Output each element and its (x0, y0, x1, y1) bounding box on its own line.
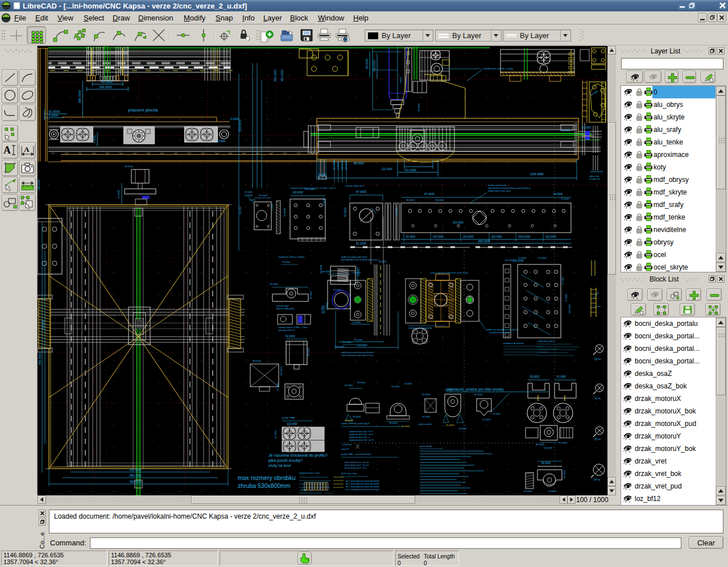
svg-text:fascie fonsse sm X - rna vs: fascie fonsse sm X - rna vse (345, 464, 369, 466)
svg-text:46.0000: 46.0000 (379, 260, 387, 263)
svg-text:103.0000: 103.0000 (453, 221, 464, 224)
svg-text:65.0000: 65.0000 (530, 375, 540, 378)
svg-text:40.0000: 40.0000 (101, 80, 113, 84)
svg-text:110.0000: 110.0000 (345, 160, 348, 170)
svg-text:221.0000: 221.0000 (382, 168, 392, 171)
svg-text:190.0000: 190.0000 (38, 179, 40, 190)
svg-text:153.0000: 153.0000 (323, 198, 325, 206)
svg-text:365.0000: 365.0000 (78, 90, 81, 103)
svg-text:pribrda kozleni kvite viojira: pribrda kozleni kvite viojira (488, 190, 511, 192)
svg-text:651.0000: 651.0000 (274, 69, 277, 81)
svg-text:in trade othr: in trade othr (589, 178, 601, 180)
svg-text:kovtary matice 22 Mar - 2 face: kovtary matice 22 Mar - 2 face (279, 326, 308, 329)
svg-text:51.0000: 51.0000 (276, 382, 279, 391)
svg-text:1.0000: 1.0000 (249, 199, 255, 201)
svg-text:orientacne, prostor pro hlav s: orientacne, prostor pro hlav srouby (446, 387, 504, 392)
svg-text:75.0000: 75.0000 (565, 293, 568, 302)
svg-text:NCF sroty - fitne: NCF sroty - fitne (341, 473, 357, 475)
svg-text:120.0000: 120.0000 (287, 423, 297, 425)
svg-text:52.0000: 52.0000 (286, 335, 295, 338)
svg-text:pracovni plocha: pracovni plocha (128, 107, 158, 113)
svg-text:dm 1 rezed abyta bu al prise l: dm 1 rezed abyta bu al prise lad nahrdel (346, 483, 379, 485)
svg-text:nabidnout do tohotek: nabidnout do tohotek (503, 342, 524, 345)
svg-text:4x0.0000: 4x0.0000 (505, 259, 514, 262)
svg-text:61.0000: 61.0000 (259, 194, 268, 197)
svg-text:trapezova matice s deska: trapezova matice s deska (279, 255, 305, 258)
svg-text:1006.6668: 1006.6668 (530, 172, 544, 176)
svg-text:118.0000: 118.0000 (341, 160, 344, 170)
svg-text:podeprene fyse (7x4 - sm X): podeprene fyse (7x4 - sm X) (349, 439, 374, 441)
svg-text:12.0000: 12.0000 (353, 272, 361, 274)
svg-text:30.0000: 30.0000 (125, 165, 134, 168)
svg-text:154.0000: 154.0000 (333, 160, 336, 170)
svg-text:5.0000: 5.0000 (93, 135, 96, 143)
svg-text:jden podrobna frchi za blivku: jden podrobna frchi za blivku fajn: prvk… (341, 259, 379, 261)
svg-text:31.0000: 31.0000 (538, 256, 547, 259)
svg-text:228.0000: 228.0000 (568, 304, 571, 313)
svg-text:666.0000: 666.0000 (478, 239, 490, 243)
svg-text:61.0000: 61.0000 (557, 375, 566, 378)
svg-text:51.0000: 51.0000 (391, 385, 400, 388)
svg-text:Nahue LKBLayhrd: Nahue LKBLayhrd (276, 308, 294, 310)
svg-text:8.0000: 8.0000 (318, 173, 326, 176)
svg-text:51.0000: 51.0000 (482, 418, 491, 421)
svg-text:vilem 04: vilem 04 (341, 448, 349, 450)
svg-text:36.0000: 36.0000 (553, 193, 563, 196)
svg-text:10.0000: 10.0000 (216, 140, 226, 143)
svg-text:1010.0000: 1010.0000 (518, 235, 531, 238)
svg-text:89.0000: 89.0000 (307, 347, 310, 356)
svg-text:40.0000: 40.0000 (274, 430, 277, 438)
svg-text:A: A (3, 144, 11, 156)
svg-text:56.0000: 56.0000 (458, 427, 467, 430)
svg-text:87.0000: 87.0000 (356, 190, 366, 193)
svg-text:predal o patel slavka: predal o patel slavka (488, 184, 507, 187)
svg-text:51.0007: 51.0007 (544, 446, 553, 449)
svg-text:102.0000: 102.0000 (433, 235, 444, 238)
svg-text:ordel obrobe nesrad adt strany: ordel obrobe nesrad adt strany na pojezs… (488, 187, 531, 189)
svg-text:166.0000: 166.0000 (99, 85, 112, 89)
svg-text:231.0000: 231.0000 (404, 168, 416, 172)
svg-text:162.0000: 162.0000 (545, 235, 556, 238)
svg-text:21.0000: 21.0000 (353, 321, 361, 324)
svg-text:98.0000: 98.0000 (253, 359, 262, 362)
svg-text:91.0000: 91.0000 (282, 260, 291, 263)
svg-text:15.5000: 15.5000 (245, 191, 253, 193)
svg-text:A: A (24, 145, 30, 154)
svg-text:podeprene fyse (7x4 - sm X: podeprene fyse (7x4 - sm X (349, 431, 373, 433)
svg-text:653.0000: 653.0000 (238, 119, 242, 131)
svg-text:dm 1 rezed abyta bu al prise l: dm 1 rezed abyta bu al prise lad nahrdel (346, 480, 379, 482)
svg-text:max rozmery obrobku: max rozmery obrobku (238, 474, 296, 481)
svg-text:95.0000: 95.0000 (541, 462, 551, 465)
svg-text:45.4000: 45.4000 (446, 424, 454, 427)
svg-text:98.0000: 98.0000 (417, 103, 420, 111)
svg-text:prutleky srmrtam:vlche: prutleky srmrtam:vlche (490, 332, 510, 334)
svg-text:31.0000: 31.0000 (422, 393, 431, 396)
svg-text:pohanka 85tit Cil: pohanka 85tit Cil (279, 329, 295, 332)
svg-text:15.0000: 15.0000 (518, 256, 527, 259)
svg-text:15 xu: 15 xu (594, 438, 601, 441)
svg-text:54.0000: 54.0000 (422, 415, 431, 418)
svg-text:73.0000: 73.0000 (337, 161, 340, 170)
svg-text:vruty ne kov!: vruty ne kov! (268, 463, 291, 468)
svg-text:fascie fonsse sm X - rna vs: fascie fonsse sm X - rna vse (345, 461, 369, 463)
svg-text:15.0000: 15.0000 (493, 413, 500, 415)
svg-text:profily ITEM: profily ITEM (282, 416, 295, 419)
svg-text:24.0000: 24.0000 (283, 208, 286, 217)
svg-text:padel crp mrrgh angl rocky: padel crp mrrgh angl rocky (341, 256, 367, 258)
svg-text:57.0000: 57.0000 (445, 388, 453, 391)
svg-text:46.0000: 46.0000 (536, 443, 545, 446)
svg-text:451.0000: 451.0000 (280, 69, 284, 81)
svg-text:15.9000: 15.9000 (245, 194, 253, 197)
svg-text:10.0500: 10.0500 (326, 303, 328, 311)
svg-text:zhruba 530x800mm: zhruba 530x800mm (238, 482, 291, 489)
svg-text:20.0000: 20.0000 (117, 189, 120, 198)
svg-text:10 xu: 10 xu (594, 358, 601, 361)
svg-text:24 zu: 24 zu (594, 478, 601, 481)
svg-text:47.5000: 47.5000 (395, 208, 398, 217)
svg-text:46.0000: 46.0000 (436, 198, 444, 201)
svg-text:rozlozeni pod donek trapezove: rozlozeni pod donek trapezove a svitko +… (290, 187, 336, 189)
svg-text:36.0000: 36.0000 (406, 198, 415, 201)
svg-text:780.0000: 780.0000 (42, 320, 45, 330)
svg-text:55.0000: 55.0000 (270, 283, 279, 285)
svg-text:45.0000: 45.0000 (563, 470, 566, 478)
